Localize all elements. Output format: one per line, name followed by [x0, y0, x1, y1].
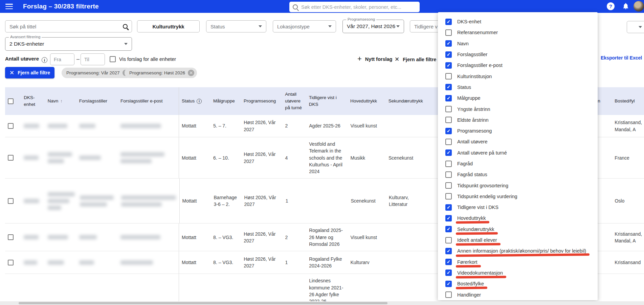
avatar[interactable]	[634, 1, 644, 11]
chip-remove-icon[interactable]: ✕	[188, 70, 194, 76]
checkbox-checked-icon[interactable]	[445, 51, 452, 58]
column-menu-item[interactable]: Tidspunkt endelig vurdering	[445, 191, 598, 202]
checkbox-unchecked-icon[interactable]	[445, 106, 452, 112]
column-menu-item[interactable]: Fagråd status	[445, 169, 598, 180]
checkbox-unchecked-icon[interactable]	[445, 291, 452, 298]
vis-forslag-checkbox[interactable]	[110, 56, 116, 62]
col-malgruppe[interactable]: Målgruppe	[210, 87, 241, 115]
checkbox-checked-icon[interactable]	[445, 215, 452, 221]
column-menu-item[interactable]: Handlinger	[445, 289, 598, 300]
checkbox-unchecked-icon[interactable]	[445, 182, 452, 189]
col-programsesong[interactable]: Programsesong	[241, 87, 282, 115]
checkbox-unchecked-icon[interactable]	[445, 193, 452, 200]
column-menu-item[interactable]: Førerkort	[445, 257, 598, 267]
checkbox-checked-icon[interactable]	[445, 204, 452, 211]
col-forslagsstiller[interactable]: Forslagsstiller	[76, 87, 118, 115]
notifications-icon[interactable]	[622, 2, 629, 10]
col-epost[interactable]: Forslagsstiller e-post	[118, 87, 179, 115]
column-menu-item-label: Sekundæruttrykk	[457, 227, 494, 232]
column-menu-item[interactable]: Yngste årstrinn	[445, 103, 598, 114]
help-icon[interactable]: ?	[607, 2, 615, 10]
status-select[interactable]: Status	[206, 20, 266, 32]
checkbox-checked-icon[interactable]	[445, 128, 452, 134]
row-checkbox[interactable]	[8, 123, 14, 129]
filter-chip[interactable]: Programsesong: Vår 2027 ✕	[62, 68, 132, 78]
info-icon[interactable]: i	[42, 57, 47, 63]
col-status[interactable]: Statusi	[179, 87, 210, 115]
fjern-alle-filtre-text-button[interactable]: ✕ Fjern alle filtre	[395, 56, 436, 63]
checkbox-checked-icon[interactable]	[445, 19, 452, 25]
column-menu-item[interactable]: Eldste årstrinn	[445, 115, 598, 125]
title-search-input[interactable]: Søk på tittel	[5, 20, 132, 32]
column-menu-item[interactable]: Programsesong	[445, 125, 598, 136]
avansert-filtrering-select[interactable]: Avansert filtrering 2 DKS-enheter	[5, 37, 132, 51]
column-menu-item[interactable]: Antall utøvere på turné	[445, 147, 598, 158]
cutoff-select[interactable]	[627, 21, 644, 33]
checkbox-checked-icon[interactable]	[445, 281, 452, 287]
global-search-input[interactable]: Søk etter DKS-enheter, skoler, personer,…	[289, 2, 420, 12]
column-menu-item[interactable]: Kulturinstitusjon	[445, 71, 598, 81]
checkbox-checked-icon[interactable]	[445, 40, 452, 47]
select-all-checkbox[interactable]	[8, 98, 14, 104]
til-input[interactable]: Til	[81, 53, 105, 65]
column-menu-item[interactable]: Forslagsstiller	[445, 49, 598, 60]
column-menu-item[interactable]: Tidligere vist i DKS	[445, 202, 598, 213]
checkbox-checked-icon[interactable]	[445, 149, 452, 156]
checkbox-checked-icon[interactable]	[445, 62, 452, 69]
cell-bosted: Kristiansand, Mandal, A	[612, 274, 644, 302]
row-checkbox[interactable]	[8, 155, 14, 161]
row-checkbox[interactable]	[8, 198, 14, 204]
col-sekundaeruttrykk[interactable]: Sekundæruttrykk	[386, 87, 426, 115]
nytt-forslag-button[interactable]: Nytt forslag	[357, 56, 392, 62]
col-navn[interactable]: Navn↑	[45, 87, 76, 115]
column-menu-item[interactable]: Sekundæruttrykk	[445, 224, 598, 235]
filter-chip[interactable]: Programsesong: Høst 2026 ✕	[125, 68, 197, 78]
column-menu-item[interactable]: Forslagsstiller e-post	[445, 60, 598, 71]
column-menu-item[interactable]: Bosted/fylke	[445, 278, 598, 289]
col-hoveduttrykk[interactable]: Hoveduttrykk	[348, 87, 386, 115]
column-menu-item[interactable]: Videodokumentasjon	[445, 267, 598, 278]
column-menu-item[interactable]: Antall utøvere	[445, 136, 598, 147]
column-menu-item[interactable]: Navn	[445, 38, 598, 49]
checkbox-unchecked-icon[interactable]	[445, 171, 452, 178]
checkbox-checked-icon[interactable]	[445, 95, 452, 101]
horizontal-scrollbar[interactable]	[0, 301, 644, 305]
column-menu-item[interactable]: Hoveduttrykk	[445, 213, 598, 224]
checkbox-checked-icon[interactable]	[445, 259, 452, 265]
column-menu-item[interactable]: Fagråd	[445, 158, 598, 169]
checkbox-checked-icon[interactable]	[445, 269, 452, 276]
checkbox-checked-icon[interactable]	[445, 84, 452, 90]
column-menu-item[interactable]: Tidspunkt grovsortering	[445, 180, 598, 191]
cell-status: Mottatt	[179, 137, 210, 178]
column-menu-item-label: DKS-enhet	[457, 19, 481, 24]
column-menu-item[interactable]: DKS-enhet	[445, 16, 598, 27]
lokasjonstype-select[interactable]: Lokasjonstype	[273, 20, 336, 32]
scrollbar-thumb[interactable]	[19, 302, 387, 304]
col-tidligere-vist[interactable]: Tidligere vist i DKS	[306, 87, 348, 115]
column-menu-item[interactable]: Status	[445, 82, 598, 93]
eksporter-til-excel-link[interactable]: Eksporter til Excel	[593, 55, 642, 61]
menu-icon[interactable]	[5, 4, 13, 9]
vis-forslag-checkbox-row[interactable]: Vis forslag for alle enheter	[110, 56, 176, 62]
column-menu-item[interactable]: Annen informasjon (praktisk/økonomi/pris…	[445, 245, 598, 256]
checkbox-checked-icon[interactable]	[445, 248, 452, 254]
checkbox-unchecked-icon[interactable]	[445, 161, 452, 167]
col-bosted-fylke-partial[interactable]: Bosted/fyl	[612, 87, 644, 115]
column-menu-item[interactable]: Referansenummer	[445, 27, 598, 38]
row-checkbox[interactable]	[8, 234, 14, 240]
checkbox-unchecked-icon[interactable]	[445, 139, 452, 145]
column-menu-item[interactable]: Ideelt antall elever	[445, 235, 598, 245]
checkbox-unchecked-icon[interactable]	[445, 117, 452, 123]
fjern-alle-filtre-button[interactable]: ✕ Fjern alle filtre	[5, 67, 54, 78]
kulturuttrykk-button[interactable]: Kulturuttrykk	[137, 20, 200, 32]
col-dks-enhet[interactable]: DKS-enhet	[21, 87, 45, 115]
checkbox-unchecked-icon[interactable]	[445, 29, 452, 36]
col-antall-utovere-pa-turne[interactable]: Antall utøvere på turné	[282, 87, 306, 115]
fra-input[interactable]: Fra	[50, 53, 74, 65]
programsesong-select[interactable]: Programsesong Vår 2027, Høst 2026	[342, 20, 404, 33]
checkbox-unchecked-icon[interactable]	[445, 73, 452, 79]
checkbox-unchecked-icon[interactable]	[445, 237, 452, 243]
checkbox-checked-icon[interactable]	[445, 226, 452, 232]
column-menu-item[interactable]: Målgruppe	[445, 93, 598, 103]
row-checkbox[interactable]	[8, 260, 14, 265]
